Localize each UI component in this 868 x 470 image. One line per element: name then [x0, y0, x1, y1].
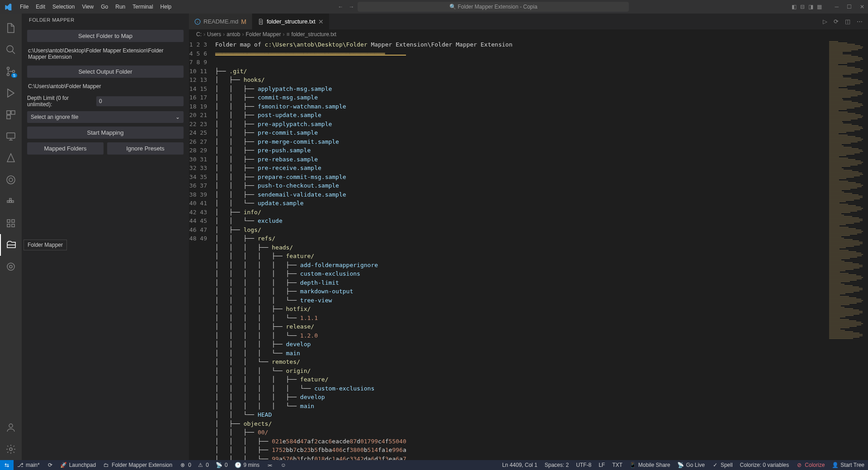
breadcrumb-segment[interactable]: folder_structure.txt	[291, 31, 336, 38]
layout-sidebar-right-icon[interactable]: ◨	[808, 4, 813, 10]
minimap-line	[829, 215, 844, 216]
more-actions-icon[interactable]: ⋯	[857, 18, 863, 25]
minimap-line	[829, 87, 839, 88]
minimap-line	[829, 312, 863, 313]
menu-selection[interactable]: Selection	[49, 2, 78, 12]
svg-rect-11	[9, 201, 11, 202]
depth-input[interactable]	[96, 96, 184, 106]
settings-gear-icon[interactable]	[0, 438, 22, 460]
select-output-button[interactable]: Select Output Folder	[27, 66, 184, 78]
timer-indicator[interactable]: 🕐9 mins	[231, 460, 263, 470]
minimap-line	[829, 250, 849, 251]
command-center-search[interactable]: 🔍 Folder Mapper Extension - Copia	[358, 2, 629, 12]
minimap-line	[829, 70, 863, 70]
cursor-position[interactable]: Ln 4409, Col 1	[499, 462, 541, 468]
minimap-line	[829, 85, 855, 85]
breadcrumb[interactable]: C:›Users›antob›Folder Mapper›≡ folder_st…	[189, 29, 868, 39]
minimap-line	[829, 200, 854, 201]
remote-explorer-icon[interactable]	[0, 126, 22, 147]
source-control-icon[interactable]: 5	[0, 61, 22, 82]
workspace-indicator[interactable]: 🗀Folder Mapper Extension	[99, 460, 176, 470]
nav-back-icon[interactable]: ←	[338, 4, 343, 10]
circle-icon[interactable]	[0, 256, 22, 277]
svg-point-3	[13, 70, 15, 73]
layout-sidebar-left-icon[interactable]: ◧	[792, 4, 797, 10]
explorer-icon[interactable]	[0, 17, 22, 39]
minimap[interactable]	[828, 39, 868, 460]
ignore-presets-button[interactable]: Ignore Presets	[107, 142, 184, 155]
layout-panel-icon[interactable]: ⊟	[800, 4, 805, 10]
menu-go[interactable]: Go	[97, 2, 112, 12]
launchpad-indicator[interactable]: 🚀Launchpad	[57, 460, 99, 470]
feedback-icon[interactable]: ☺	[277, 460, 290, 470]
run-icon[interactable]: ▷	[823, 18, 827, 25]
encoding[interactable]: UTF-8	[572, 462, 595, 468]
mobile-share[interactable]: 📱Mobile Share	[626, 462, 674, 468]
breadcrumb-segment[interactable]: Users	[207, 31, 221, 38]
minimap-line	[829, 247, 846, 248]
window-minimize-icon[interactable]: ─	[835, 4, 839, 10]
search-view-icon[interactable]	[0, 39, 22, 61]
spell-check[interactable]: ✓Spell	[708, 462, 736, 468]
refresh-icon[interactable]: ⟳	[834, 18, 839, 25]
minimap-line	[829, 243, 863, 244]
sync-indicator[interactable]: ⟳	[43, 460, 57, 470]
menu-edit[interactable]: Edit	[32, 2, 49, 12]
remote-indicator[interactable]: ⇆	[0, 460, 14, 470]
minimap-line	[829, 79, 858, 80]
ports-indicator[interactable]: 📡0	[212, 460, 231, 470]
branch-indicator[interactable]: ⎇main*	[14, 460, 43, 470]
window-maximize-icon[interactable]: ☐	[847, 4, 852, 10]
problems-indicator[interactable]: ⊗0 ⚠0	[176, 460, 212, 470]
language-mode[interactable]: TXT	[609, 462, 626, 468]
live-share-icon[interactable]: ⫘	[263, 460, 277, 470]
menu-view[interactable]: View	[78, 2, 97, 12]
window-close-icon[interactable]: ✕	[860, 4, 864, 10]
svg-rect-6	[7, 115, 10, 119]
tab-README-md[interactable]: README.md M	[189, 14, 252, 29]
go-live[interactable]: 📡Go Live	[674, 462, 708, 468]
menu-file[interactable]: File	[16, 2, 32, 12]
breadcrumb-segment[interactable]: C:	[196, 31, 202, 38]
tab-label: folder_structure.txt	[267, 18, 316, 25]
minimap-line	[829, 244, 860, 245]
eol[interactable]: LF	[595, 462, 609, 468]
minimap-line	[829, 189, 850, 190]
project-icon[interactable]	[0, 212, 22, 234]
minimap-line	[829, 57, 862, 58]
minimap-line	[829, 42, 847, 43]
colorize-vars[interactable]: Colorize: 0 variables	[736, 462, 793, 468]
breadcrumb-file-icon: ≡	[286, 31, 289, 38]
ignore-file-select[interactable]: Select an ignore file ⌄	[27, 111, 184, 123]
split-editor-icon[interactable]: ◫	[845, 18, 850, 25]
indentation[interactable]: Spaces: 2	[541, 462, 572, 468]
nav-forward-icon[interactable]: →	[349, 4, 354, 10]
start-tree[interactable]: 👤Start Tree	[828, 462, 868, 468]
layout-customize-icon[interactable]: ▦	[817, 4, 822, 10]
mapped-folders-button[interactable]: Mapped Folders	[27, 142, 104, 155]
run-debug-icon[interactable]	[0, 82, 22, 104]
minimap-line	[829, 75, 843, 76]
minimap-line	[829, 132, 846, 133]
minimap-line	[829, 216, 852, 217]
start-mapping-button[interactable]: Start Mapping	[27, 127, 184, 139]
select-folder-button[interactable]: Select Folder to Map	[27, 30, 184, 42]
tab-folder_structure-txt[interactable]: folder_structure.txt✕	[252, 14, 330, 29]
svg-point-19	[9, 265, 12, 268]
accounts-icon[interactable]	[0, 417, 22, 438]
menu-terminal[interactable]: Terminal	[129, 2, 156, 12]
tab-close-icon[interactable]: ✕	[318, 18, 324, 25]
code-content[interactable]: Folder map of c:\Users\antob\Desktop\Fol…	[215, 39, 828, 460]
menu-run[interactable]: Run	[112, 2, 129, 12]
colorize-toggle[interactable]: ⊘Colorize	[793, 462, 828, 468]
minimap-line	[829, 131, 854, 132]
breadcrumb-segment[interactable]: antob	[226, 31, 240, 38]
minimap-line	[829, 333, 859, 334]
menu-help[interactable]: Help	[157, 2, 175, 12]
docker-icon[interactable]	[0, 191, 22, 212]
breadcrumb-segment[interactable]: Folder Mapper	[245, 31, 281, 38]
folder-mapper-icon[interactable]: Folder Mapper	[0, 234, 22, 256]
extensions-icon[interactable]	[0, 104, 22, 126]
target-icon[interactable]	[0, 169, 22, 191]
azure-icon[interactable]	[0, 147, 22, 169]
